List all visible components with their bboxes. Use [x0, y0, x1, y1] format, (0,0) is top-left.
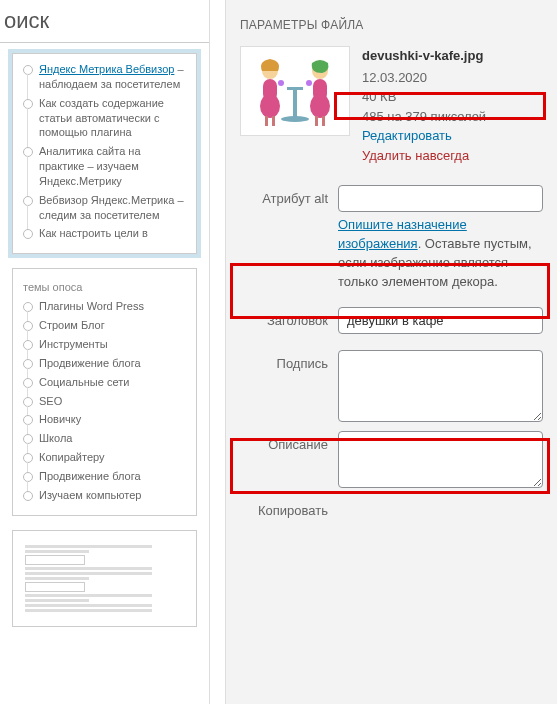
list-item[interactable]: Копирайтеру	[39, 450, 188, 465]
list-item[interactable]: Инструменты	[39, 337, 188, 352]
alt-field-row: Атрибут alt Опишите назначение изображен…	[240, 185, 543, 291]
list-item[interactable]: Яндекс Метрика Вебвизор – наблюдаем за п…	[39, 62, 188, 92]
file-info-row: devushki-v-kafe.jpg 12.03.2020 40 КВ 485…	[240, 46, 543, 165]
list-item[interactable]: Вебвизор Яндекс.Метрика – следим за посе…	[39, 193, 188, 223]
description-field-row: Описание	[240, 431, 543, 491]
list-item[interactable]: SEO	[39, 394, 188, 409]
copy-label: Копировать	[240, 497, 328, 518]
list-item[interactable]: Как настроить цели в	[39, 226, 188, 241]
alt-input[interactable]	[338, 185, 543, 212]
svg-point-6	[260, 94, 280, 118]
file-thumbnail[interactable]	[240, 46, 350, 136]
description-label: Описание	[240, 431, 328, 452]
title-label: Заголовок	[240, 307, 328, 328]
search-bar: оиск	[0, 0, 209, 43]
thumb-category-header: темы опоса	[21, 277, 188, 299]
delete-permanently-link[interactable]: Удалить навсегда	[362, 146, 543, 166]
svg-rect-7	[265, 116, 268, 126]
svg-point-3	[281, 116, 309, 122]
alt-help-text: Опишите назначение изображения. Оставьте…	[338, 216, 543, 291]
file-dimensions: 485 на 379 пикселей	[362, 107, 543, 127]
left-sidebar: оиск Яндекс Метрика Вебвизор – наблюдаем…	[0, 0, 210, 704]
caption-label: Подпись	[240, 350, 328, 371]
title-input[interactable]	[338, 307, 543, 334]
list-item[interactable]: Школа	[39, 431, 188, 446]
list-item[interactable]: Социальные сети	[39, 375, 188, 390]
thumbnail-item[interactable]	[12, 530, 197, 627]
svg-point-12	[310, 94, 330, 118]
list-item[interactable]: Аналитика сайта на практике – изучаем Ян…	[39, 144, 188, 189]
svg-rect-13	[315, 116, 318, 126]
list-item[interactable]: Новичку	[39, 412, 188, 427]
list-item[interactable]: Изучаем компьютер	[39, 488, 188, 503]
panel-title: ПАРАМЕТРЫ ФАЙЛА	[240, 18, 543, 32]
search-label: оиск	[0, 8, 49, 33]
svg-rect-8	[272, 116, 275, 126]
thumbnail-item[interactable]: темы опоса Плагины Word PressСтроим Блог…	[12, 268, 197, 515]
title-field-row: Заголовок	[240, 307, 543, 334]
list-item[interactable]: Как создать содержание статьи автоматиче…	[39, 96, 188, 141]
copy-field-row: Копировать	[240, 497, 543, 518]
list-item[interactable]: Продвижение блога	[39, 356, 188, 371]
svg-point-15	[306, 80, 312, 86]
list-item[interactable]: Продвижение блога	[39, 469, 188, 484]
svg-point-9	[278, 80, 284, 86]
thumbnail-item[interactable]: Яндекс Метрика Вебвизор – наблюдаем за п…	[12, 53, 197, 254]
thumbnail-grid: Яндекс Метрика Вебвизор – наблюдаем за п…	[0, 43, 209, 651]
caption-field-row: Подпись	[240, 350, 543, 425]
file-date: 12.03.2020	[362, 68, 543, 88]
list-item[interactable]: Строим Блог	[39, 318, 188, 333]
svg-rect-1	[287, 87, 303, 90]
attachment-details-panel: ПАРАМЕТРЫ ФАЙЛА	[225, 0, 557, 704]
file-metadata: devushki-v-kafe.jpg 12.03.2020 40 КВ 485…	[362, 46, 543, 165]
description-textarea[interactable]	[338, 431, 543, 488]
cafe-illustration-icon	[245, 51, 345, 131]
caption-textarea[interactable]	[338, 350, 543, 422]
svg-rect-14	[322, 116, 325, 126]
file-size: 40 КВ	[362, 87, 543, 107]
file-name: devushki-v-kafe.jpg	[362, 46, 543, 66]
list-item[interactable]: Плагины Word Press	[39, 299, 188, 314]
svg-rect-2	[293, 90, 297, 118]
edit-image-link[interactable]: Редактировать	[362, 126, 543, 146]
alt-label: Атрибут alt	[240, 185, 328, 206]
